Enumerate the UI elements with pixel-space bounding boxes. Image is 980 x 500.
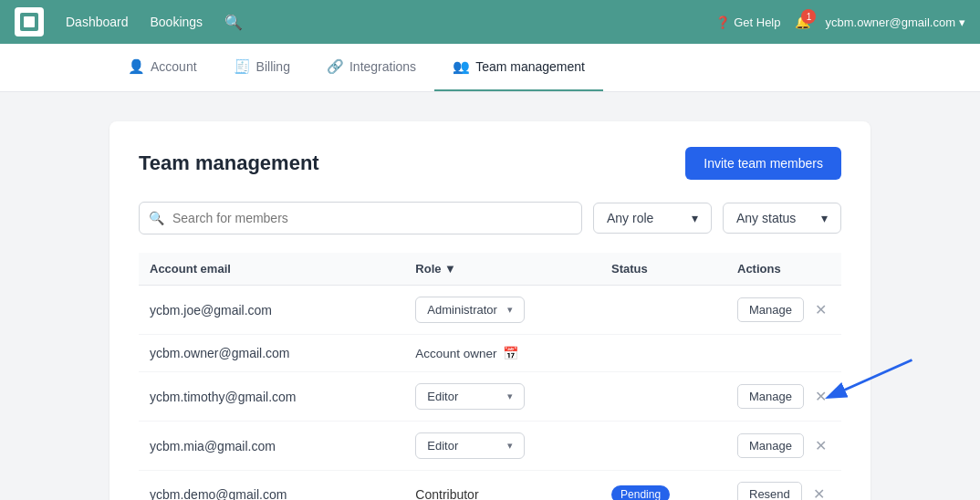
manage-button[interactable]: Manage	[737, 384, 804, 409]
notification-badge: 1	[801, 9, 816, 24]
manage-button[interactable]: Manage	[737, 433, 804, 458]
invite-team-members-button[interactable]: Invite team members	[685, 147, 841, 180]
status-badge: Pending	[611, 485, 670, 501]
chevron-down-icon: ▾	[507, 391, 513, 402]
team-management-card: Team management Invite team members 🔍 An…	[109, 121, 871, 500]
account-icon: 👤	[128, 58, 145, 75]
tab-team-management[interactable]: 👥 Team management	[434, 44, 603, 91]
member-status	[600, 422, 726, 471]
chevron-down-icon: ▾	[959, 16, 965, 29]
col-role: Role ▼	[404, 253, 600, 286]
role-dropdown[interactable]: Administrator▾	[415, 297, 525, 323]
col-email: Account email	[139, 253, 404, 286]
resend-button[interactable]: Resend	[737, 482, 802, 500]
table-row: ycbm.timothy@gmail.comEditor▾Manage✕	[139, 372, 841, 422]
tab-billing[interactable]: 🧾 Billing	[215, 44, 308, 91]
svg-line-1	[829, 360, 912, 397]
remove-member-button[interactable]: ✕	[811, 299, 830, 320]
member-actions: Manage✕	[726, 286, 841, 335]
tab-account[interactable]: 👤 Account	[109, 44, 215, 91]
help-button[interactable]: ❓ Get Help	[715, 16, 780, 29]
logo[interactable]	[15, 7, 44, 36]
member-email: ycbm.demo@gmail.com	[139, 471, 404, 501]
member-role[interactable]: Editor▾	[404, 372, 600, 422]
table-row: ycbm.demo@gmail.comContributorPendingRes…	[139, 471, 841, 501]
search-icon: 🔍	[149, 211, 164, 225]
notifications-button[interactable]: 🔔 1	[795, 15, 810, 29]
chevron-down-icon: ▾	[692, 211, 698, 225]
member-role: Contributor	[404, 471, 600, 501]
search-icon[interactable]: 🔍	[224, 14, 243, 31]
main-content: Team management Invite team members 🔍 An…	[0, 92, 980, 500]
search-input[interactable]	[139, 202, 582, 234]
page-title: Team management	[139, 151, 319, 175]
table-container: Account email Role ▼ Status Actions ycbm…	[139, 253, 841, 500]
chevron-down-icon: ▾	[507, 304, 513, 316]
calendar-icon: 📅	[503, 346, 518, 360]
table-row: ycbm.mia@gmail.comEditor▾Manage✕	[139, 422, 841, 471]
member-role[interactable]: Editor▾	[404, 422, 600, 471]
members-table: Account email Role ▼ Status Actions ycbm…	[139, 253, 841, 500]
remove-member-button[interactable]: ✕	[811, 386, 830, 407]
member-email: ycbm.owner@gmail.com	[139, 335, 404, 372]
billing-icon: 🧾	[234, 58, 251, 75]
team-header: Team management Invite team members	[139, 147, 841, 180]
col-actions: Actions	[726, 253, 841, 286]
member-status: Pending	[600, 471, 726, 501]
member-role[interactable]: Administrator▾	[404, 286, 600, 335]
tab-integrations[interactable]: 🔗 Integrations	[308, 44, 434, 91]
role-dropdown[interactable]: Editor▾	[415, 432, 525, 459]
member-actions: Manage✕	[726, 372, 841, 422]
member-actions: Manage✕	[726, 422, 841, 471]
nav-bookings[interactable]: Bookings	[151, 15, 203, 29]
member-actions: Resend✕	[726, 471, 841, 501]
nav-dashboard[interactable]: Dashboard	[66, 15, 129, 29]
manage-button[interactable]: Manage	[737, 297, 804, 322]
search-wrapper: 🔍	[139, 202, 582, 234]
filters-row: 🔍 Any role ▾ Any status ▾	[139, 202, 841, 234]
logo-inner	[20, 13, 38, 31]
chevron-down-icon: ▾	[821, 211, 828, 225]
nav-right: ❓ Get Help 🔔 1 ycbm.owner@gmail.com ▾	[715, 15, 965, 29]
table-row: ycbm.joe@gmail.comAdministrator▾Manage✕	[139, 286, 841, 335]
table-header: Account email Role ▼ Status Actions	[139, 253, 841, 286]
member-email: ycbm.joe@gmail.com	[139, 286, 404, 335]
member-status	[600, 335, 726, 372]
member-email: ycbm.mia@gmail.com	[139, 422, 404, 471]
table-row: ycbm.owner@gmail.comAccount owner📅	[139, 335, 841, 372]
member-email: ycbm.timothy@gmail.com	[139, 372, 404, 422]
chevron-down-icon: ▾	[507, 440, 513, 452]
member-role: Account owner📅	[404, 335, 600, 372]
member-status	[600, 372, 726, 422]
nav-left: Dashboard Bookings 🔍	[15, 7, 243, 36]
status-filter[interactable]: Any status ▾	[723, 203, 841, 234]
help-icon: ❓	[715, 16, 730, 29]
remove-member-button[interactable]: ✕	[811, 435, 830, 456]
col-status: Status	[600, 253, 726, 286]
member-status	[600, 286, 726, 335]
role-filter[interactable]: Any role ▾	[593, 203, 712, 234]
member-actions	[726, 335, 841, 372]
members-list: ycbm.joe@gmail.comAdministrator▾Manage✕y…	[139, 286, 841, 501]
remove-member-button[interactable]: ✕	[809, 484, 829, 500]
top-navigation: Dashboard Bookings 🔍 ❓ Get Help 🔔 1 ycbm…	[0, 0, 980, 44]
team-icon: 👥	[453, 58, 470, 75]
sub-navigation: 👤 Account 🧾 Billing 🔗 Integrations 👥 Tea…	[0, 44, 980, 92]
account-owner-label: Account owner📅	[415, 346, 589, 360]
user-menu[interactable]: ycbm.owner@gmail.com ▾	[825, 16, 965, 29]
integrations-icon: 🔗	[327, 58, 344, 75]
role-dropdown[interactable]: Editor▾	[415, 383, 525, 410]
